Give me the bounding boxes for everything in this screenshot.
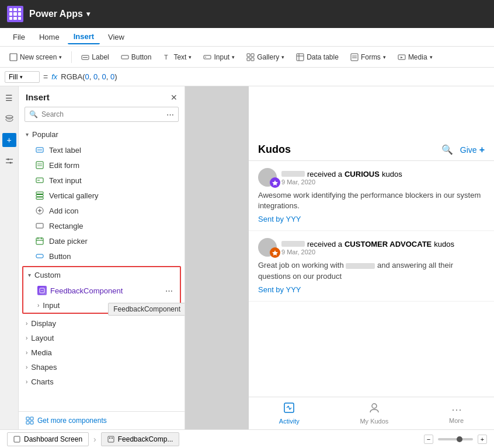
chevron-down-icon: ▾: [20, 74, 23, 80]
text-input-item[interactable]: Text input: [19, 173, 185, 188]
menu-file[interactable]: File: [7, 30, 31, 44]
chevron-right-icon: ›: [26, 335, 27, 341]
more-options-icon[interactable]: ⋯: [165, 286, 173, 295]
svg-rect-14: [351, 54, 358, 61]
svg-rect-7: [247, 54, 250, 57]
dashboard-screen-tab[interactable]: Dashboard Screen: [7, 432, 89, 446]
button-item[interactable]: Button: [19, 249, 185, 264]
edit-form-icon: [35, 160, 44, 170]
add-icon-item[interactable]: Add icon: [19, 203, 185, 218]
svg-rect-33: [36, 197, 43, 200]
media-button[interactable]: Media ▾: [393, 51, 437, 64]
data-table-button[interactable]: Data table: [291, 51, 343, 64]
svg-point-73: [372, 404, 377, 408]
button-icon: [35, 251, 44, 261]
kudos-time-1: 9 Mar, 2020: [281, 178, 402, 186]
main-content: ☰ + Insert ✕ 🔍 ⋯ ▾ Popular: [0, 86, 494, 429]
feedback-comp-label: FeedbackComp...: [118, 435, 173, 443]
vertical-gallery-item[interactable]: Vertical gallery: [19, 188, 185, 203]
nav-more[interactable]: ⋯ More: [449, 403, 464, 424]
svg-rect-5: [204, 55, 211, 59]
property-label: Fill: [9, 73, 18, 81]
my-kudos-label: My Kudos: [360, 418, 388, 425]
fx-label: fx: [51, 72, 57, 81]
vertical-gallery-icon: [35, 191, 44, 200]
button-button[interactable]: Button: [116, 51, 156, 64]
rectangle-item[interactable]: Rectangle: [19, 218, 185, 233]
app-name-label: Power Apps: [29, 9, 83, 19]
sidebar-data-icon[interactable]: [2, 112, 16, 126]
input-button[interactable]: Input ▾: [199, 51, 239, 64]
chevron-down-icon: ▾: [281, 54, 284, 60]
chevron-right-icon: ›: [26, 364, 27, 370]
zoom-slider[interactable]: [438, 438, 473, 440]
sidebar-insert-icon[interactable]: +: [2, 133, 16, 147]
menu-view[interactable]: View: [102, 30, 130, 44]
display-category[interactable]: › Display: [19, 316, 185, 331]
panel-title: Insert: [26, 92, 50, 102]
feedback-component-label: FeedbackComponent: [50, 286, 165, 295]
search-input[interactable]: [25, 107, 179, 122]
media-category[interactable]: › Media: [19, 345, 185, 360]
text-label-item[interactable]: Text label: [19, 142, 185, 158]
give-button[interactable]: Give +: [460, 145, 485, 155]
shapes-category[interactable]: › Shapes: [19, 360, 185, 374]
text-button[interactable]: T Text ▾: [158, 51, 196, 64]
zoom-out-button[interactable]: −: [424, 435, 433, 444]
kudos-search-icon[interactable]: 🔍: [441, 144, 453, 155]
activity-icon: [283, 402, 295, 416]
more-icon: ⋯: [451, 403, 462, 416]
zoom-in-button[interactable]: +: [478, 435, 487, 444]
feedback-comp-tab[interactable]: FeedbackComp...: [101, 432, 180, 446]
svg-point-19: [6, 116, 13, 118]
svg-line-71: [288, 406, 290, 410]
svg-marker-68: [272, 250, 278, 256]
chevron-down-icon[interactable]: ▾: [86, 10, 90, 18]
avatar-container-2: [258, 238, 277, 257]
app-title: Power Apps ▾: [29, 9, 90, 19]
kudos-header: Kudos 🔍 Give +: [249, 139, 494, 161]
menu-insert[interactable]: Insert: [68, 30, 100, 44]
bottom-nav: Activity My Kudos ⋯ More: [249, 397, 494, 429]
more-label: More: [449, 417, 464, 424]
svg-rect-0: [10, 54, 17, 61]
nav-my-kudos[interactable]: My Kudos: [360, 402, 388, 425]
sidebar-menu-icon[interactable]: ☰: [2, 91, 16, 105]
popular-category[interactable]: ▾ Popular: [19, 127, 185, 142]
new-screen-button[interactable]: New screen ▾: [5, 51, 67, 64]
chevron-down-icon: ▾: [28, 272, 31, 278]
sent-by-2: Sent by YYY: [258, 285, 485, 294]
chevron-down-icon: ▾: [383, 54, 386, 60]
date-picker-item[interactable]: Date picker: [19, 233, 185, 249]
close-icon[interactable]: ✕: [171, 93, 178, 102]
popular-label: Popular: [32, 130, 58, 139]
more-icon[interactable]: ⋯: [166, 110, 174, 119]
svg-rect-9: [247, 58, 250, 61]
formula-text: RGBA(0, 0, 0, 0): [61, 72, 117, 81]
search-box: 🔍 ⋯: [25, 107, 179, 122]
sidebar-controls-icon[interactable]: [2, 154, 16, 168]
kudos-app: Kudos 🔍 Give +: [249, 86, 494, 429]
layout-category[interactable]: › Layout: [19, 331, 185, 345]
get-more-components-button[interactable]: Get more components: [19, 411, 185, 429]
svg-rect-3: [121, 55, 128, 59]
kudos-info-2: received a CUSTOMER ADVOCATE kudos 9 Mar…: [281, 240, 454, 256]
get-more-label: Get more components: [37, 416, 107, 425]
charts-category[interactable]: › Charts: [19, 374, 185, 389]
edit-form-item[interactable]: Edit form: [19, 158, 185, 173]
kudos-item-header-2: received a CUSTOMER ADVOCATE kudos 9 Mar…: [258, 238, 485, 257]
kudos-type-1: CURIOUS: [345, 170, 380, 178]
rectangle-icon: [35, 221, 44, 230]
menu-home[interactable]: Home: [33, 30, 65, 44]
feedback-component-item[interactable]: FeedbackComponent ⋯ FeedbackComponent: [23, 283, 180, 298]
status-bar: Dashboard Screen › FeedbackComp... − +: [0, 429, 494, 448]
nav-activity[interactable]: Activity: [279, 402, 300, 425]
feedback-component-icon: [37, 286, 47, 295]
forms-button[interactable]: Forms ▾: [346, 51, 391, 64]
custom-category[interactable]: ▾ Custom: [23, 267, 180, 283]
label-button[interactable]: Label: [76, 51, 113, 64]
gallery-button[interactable]: Gallery ▾: [242, 51, 289, 64]
activity-label: Activity: [279, 418, 300, 425]
waffle-icon[interactable]: [7, 6, 23, 22]
property-dropdown[interactable]: Fill ▾: [5, 71, 40, 83]
